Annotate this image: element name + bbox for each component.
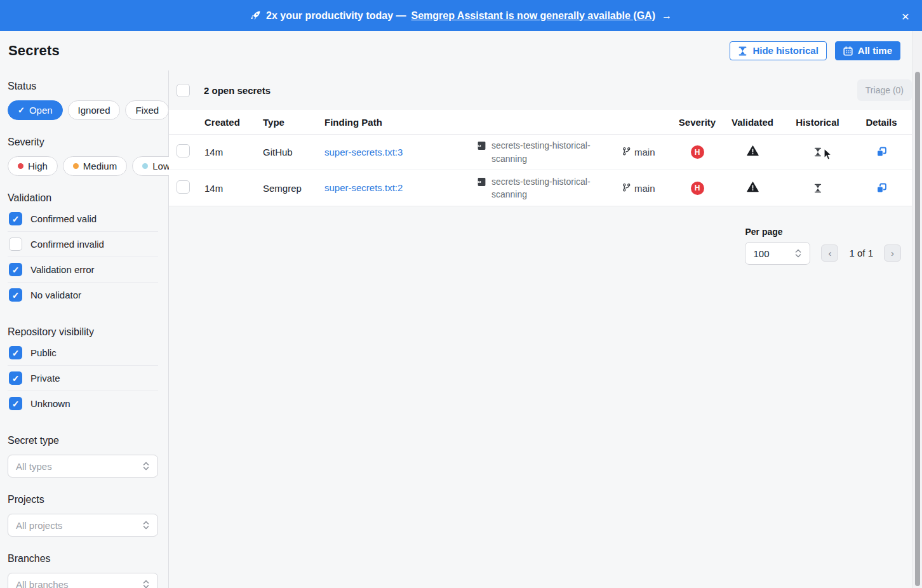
checkbox-checked-icon: ✓ (9, 263, 22, 276)
finding-path-link[interactable]: super-secrets.txt:3 (324, 147, 403, 157)
status-open-label: Open (29, 105, 53, 116)
git-branch-icon (622, 147, 631, 157)
repo-name: secrets-testing-historical-scanning (491, 139, 605, 165)
branches-value: All branches (16, 579, 69, 588)
filter-confirmed-valid[interactable]: ✓ Confirmed valid (8, 206, 158, 232)
col-validated: Validated (721, 117, 784, 128)
triage-label: Triage (0) (865, 85, 904, 95)
check-icon: ✓ (18, 105, 25, 115)
finding-path-link[interactable]: super-secrets.txt:2 (324, 182, 403, 193)
high-severity-dot-icon (18, 163, 23, 169)
col-finding-path: Finding Path (324, 117, 478, 128)
banner-link[interactable]: Semgrep Assistant is now generally avail… (411, 10, 655, 22)
severity-pill-high[interactable]: High (8, 156, 58, 176)
page-info: 1 of 1 (849, 248, 873, 258)
checkbox-checked-icon: ✓ (9, 212, 22, 225)
validation-error-label: Validation error (30, 264, 95, 275)
col-historical: Historical (784, 117, 851, 128)
status-pill-fixed[interactable]: Fixed (125, 100, 169, 120)
per-page-value: 100 (753, 248, 769, 259)
open-details-icon[interactable] (874, 181, 889, 196)
branch-name: main (634, 147, 655, 157)
checkbox-checked-icon: ✓ (9, 371, 22, 385)
filter-private[interactable]: ✓ Private (8, 366, 158, 391)
hide-historical-label: Hide historical (752, 45, 818, 57)
low-severity-dot-icon (142, 163, 148, 169)
filter-validation-error[interactable]: ✓ Validation error (8, 257, 158, 283)
close-icon: × (902, 8, 909, 23)
triage-button[interactable]: Triage (0) (857, 79, 912, 101)
repo-cell: secrets-testing-historical-scanning (478, 139, 622, 165)
filter-public[interactable]: ✓ Public (8, 340, 158, 366)
filter-confirmed-invalid[interactable]: Confirmed invalid (8, 232, 158, 257)
no-validator-label: No validator (30, 290, 81, 300)
confirmed-valid-label: Confirmed valid (30, 213, 97, 224)
prev-page-button[interactable]: ‹ (821, 244, 838, 262)
secret-type-select[interactable]: All types (8, 455, 158, 478)
hourglass-icon (738, 46, 747, 56)
filter-no-validator[interactable]: ✓ No validator (8, 283, 158, 307)
next-page-button[interactable]: › (884, 244, 901, 262)
confirmed-invalid-label: Confirmed invalid (30, 239, 104, 250)
table-row: 14m GitHub super-secrets.txt:3 secrets-t… (169, 135, 912, 170)
per-page-select[interactable]: 100 (745, 242, 810, 265)
severity-pill-medium[interactable]: Medium (63, 156, 127, 176)
projects-select[interactable]: All projects (8, 514, 158, 537)
severity-heading: Severity (8, 137, 158, 148)
hide-historical-button[interactable]: Hide historical (730, 41, 826, 60)
severity-high-label: High (28, 161, 48, 171)
type-cell: GitHub (263, 147, 324, 157)
all-time-button[interactable]: All time (835, 41, 900, 60)
status-pill-open[interactable]: ✓ Open (8, 100, 63, 120)
mouse-cursor (824, 148, 833, 164)
row-checkbox[interactable] (177, 180, 190, 194)
open-details-icon[interactable] (874, 145, 889, 159)
calendar-icon (843, 46, 853, 56)
header-actions: Hide historical All time (730, 41, 900, 60)
checkbox-unchecked-icon (9, 237, 22, 251)
status-pill-ignored[interactable]: Ignored (68, 100, 121, 120)
vertical-scrollbar-thumb[interactable] (915, 72, 920, 586)
checkbox-checked-icon: ✓ (9, 346, 22, 359)
page-header: Secrets Hide historical All time (0, 31, 922, 70)
type-cell: Semgrep (263, 183, 324, 194)
historical-hourglass-icon[interactable] (812, 146, 824, 158)
col-severity: Severity (674, 117, 721, 128)
warning-triangle-icon (747, 145, 759, 159)
announcement-banner: 2x your productivity today — Semgrep Ass… (0, 0, 922, 31)
chevron-right-icon: › (891, 248, 894, 258)
col-created: Created (204, 117, 263, 128)
severity-badge: H (691, 145, 704, 159)
vertical-scrollbar-track[interactable] (912, 31, 922, 588)
secrets-main: 2 open secrets Triage (0) Created Type F… (169, 70, 922, 588)
select-all-checkbox[interactable] (177, 84, 190, 97)
branch-cell: main (622, 147, 674, 157)
branches-select[interactable]: All branches (8, 573, 158, 588)
branches-heading: Branches (8, 553, 158, 565)
status-ignored-label: Ignored (78, 105, 110, 116)
col-type: Type (263, 117, 324, 128)
row-checkbox[interactable] (177, 144, 190, 157)
chevron-left-icon: ‹ (828, 248, 831, 258)
col-details: Details (851, 117, 912, 128)
filter-unknown[interactable]: ✓ Unknown (8, 391, 158, 416)
validation-heading: Validation (8, 192, 158, 204)
table-row: 14m Semgrep super-secrets.txt:2 secrets-… (169, 170, 912, 206)
pagination: Per page 100 ‹ 1 of 1 › (169, 227, 912, 265)
table-header-row: Created Type Finding Path Severity Valid… (169, 110, 912, 135)
branch-name: main (634, 183, 655, 194)
status-fixed-label: Fixed (135, 105, 159, 116)
checkbox-checked-icon: ✓ (9, 397, 22, 410)
repo-name: secrets-testing-historical-scanning (491, 175, 605, 201)
arrow-right-icon: → (662, 10, 672, 22)
repo-visibility-heading: Repository visibility (8, 326, 158, 338)
banner-text: 2x your productivity today — (266, 10, 406, 22)
projects-heading: Projects (8, 494, 158, 505)
rocket-icon (250, 10, 261, 21)
secret-type-heading: Secret type (8, 435, 158, 446)
historical-hourglass-icon[interactable] (812, 182, 824, 194)
banner-close-button[interactable]: × (902, 9, 909, 22)
secret-type-value: All types (16, 461, 52, 472)
warning-triangle-icon (747, 182, 759, 195)
chevron-updown-icon (142, 461, 150, 471)
